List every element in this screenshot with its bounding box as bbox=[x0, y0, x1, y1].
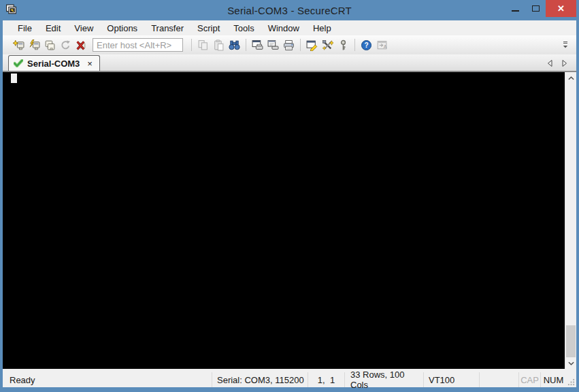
close-button[interactable]: ✕ bbox=[546, 0, 576, 17]
securecrt-window: Serial-COM3 - SecureCRT ✕ File Edit View… bbox=[0, 0, 579, 392]
session-options-button[interactable] bbox=[304, 37, 320, 52]
tab-serial-com3[interactable]: Serial-COM3 × bbox=[8, 55, 100, 71]
tab-scroll-right-button[interactable] bbox=[561, 59, 568, 67]
global-options-button[interactable] bbox=[320, 37, 335, 52]
help-button[interactable]: ? bbox=[359, 37, 374, 52]
host-input[interactable] bbox=[93, 38, 183, 52]
print-preview-button[interactable] bbox=[265, 37, 281, 52]
tab-scroll-controls bbox=[546, 59, 568, 71]
status-cursor-position: 1, 1 bbox=[308, 372, 344, 387]
window-controls: ✕ bbox=[505, 0, 576, 17]
menu-bar: File Edit View Options Transfer Script T… bbox=[3, 20, 576, 35]
menu-edit[interactable]: Edit bbox=[39, 22, 67, 35]
menu-transfer[interactable]: Transfer bbox=[144, 22, 191, 35]
app-body: File Edit View Options Transfer Script T… bbox=[3, 20, 576, 387]
menu-help[interactable]: Help bbox=[306, 22, 338, 35]
global-options-icon bbox=[322, 39, 333, 51]
minimize-icon bbox=[512, 10, 519, 12]
status-ready: Ready bbox=[3, 372, 212, 387]
toolbar-overflow-icon bbox=[562, 40, 569, 50]
quick-connect-button[interactable] bbox=[27, 37, 42, 52]
print-screen-button[interactable] bbox=[250, 37, 265, 52]
disconnect-icon bbox=[76, 39, 87, 51]
toolbar-separator bbox=[300, 39, 301, 51]
connected-check-icon bbox=[14, 59, 23, 67]
status-num-indicator: NUM bbox=[540, 372, 566, 387]
menu-file[interactable]: File bbox=[11, 22, 39, 35]
resize-grip[interactable] bbox=[566, 372, 576, 387]
menu-window[interactable]: Window bbox=[261, 22, 306, 35]
toolbar-separator bbox=[246, 39, 246, 51]
maximize-button[interactable] bbox=[525, 0, 546, 17]
maximize-icon bbox=[532, 5, 540, 12]
menu-view[interactable]: View bbox=[67, 22, 100, 35]
connect-in-tab-icon bbox=[44, 39, 56, 51]
status-caps-indicator: CAP bbox=[518, 372, 540, 387]
tab-scroll-right-icon bbox=[561, 59, 568, 67]
toolbar-overflow-button[interactable] bbox=[562, 39, 570, 50]
print-icon bbox=[283, 39, 295, 51]
tab-close-button[interactable]: × bbox=[87, 59, 93, 68]
minimize-button[interactable] bbox=[505, 0, 525, 17]
scrollbar-thumb[interactable] bbox=[566, 325, 576, 357]
toolbar-separator bbox=[191, 39, 192, 51]
menu-tools[interactable]: Tools bbox=[227, 22, 261, 35]
status-emulation: VT100 bbox=[423, 372, 479, 387]
terminal-screen[interactable] bbox=[3, 71, 576, 369]
vertical-scrollbar[interactable] bbox=[565, 72, 576, 369]
titlebar[interactable]: Serial-COM3 - SecureCRT ✕ bbox=[0, 0, 579, 20]
print-button[interactable] bbox=[281, 37, 297, 52]
paste-icon bbox=[213, 39, 225, 51]
key-agent-button[interactable] bbox=[335, 37, 351, 52]
scroll-down-button[interactable] bbox=[565, 357, 576, 369]
help-icon: ? bbox=[361, 39, 372, 51]
find-icon bbox=[229, 39, 240, 51]
status-terminal-size: 33 Rows, 100 Cols bbox=[344, 372, 423, 387]
chevron-up-icon bbox=[568, 76, 574, 80]
connect-icon bbox=[13, 39, 24, 51]
status-bar: Ready Serial: COM3, 115200 1, 1 33 Rows,… bbox=[3, 372, 576, 387]
scroll-up-button[interactable] bbox=[565, 72, 576, 84]
resize-grip-icon bbox=[567, 378, 575, 386]
paste-button[interactable] bbox=[211, 37, 227, 52]
status-blank-segment bbox=[479, 372, 518, 387]
chevron-down-icon bbox=[568, 361, 574, 365]
toolbar: ? A bbox=[3, 35, 576, 54]
connect-button[interactable] bbox=[11, 37, 27, 52]
print-screen-icon bbox=[252, 39, 263, 51]
copy-button[interactable] bbox=[195, 37, 211, 52]
tab-label: Serial-COM3 bbox=[27, 59, 80, 69]
terminal-cursor bbox=[11, 74, 17, 83]
connect-in-tab-button[interactable] bbox=[42, 37, 58, 52]
copy-icon bbox=[197, 39, 209, 51]
quick-connect-icon bbox=[29, 39, 40, 51]
disconnect-button[interactable] bbox=[73, 37, 89, 52]
svg-text:A: A bbox=[384, 44, 387, 49]
window-title: Serial-COM3 - SecureCRT bbox=[0, 0, 579, 20]
close-icon: ✕ bbox=[557, 3, 565, 14]
session-options-icon bbox=[306, 39, 318, 51]
reconnect-icon bbox=[60, 39, 71, 51]
key-agent-icon bbox=[337, 39, 349, 51]
svg-text:?: ? bbox=[364, 42, 368, 49]
tab-scroll-left-button[interactable] bbox=[546, 59, 553, 67]
toolbar-separator bbox=[354, 39, 355, 51]
reconnect-button[interactable] bbox=[58, 37, 73, 52]
launch-securefx-button[interactable]: A bbox=[374, 37, 390, 52]
tab-scroll-left-icon bbox=[546, 59, 553, 67]
menu-options[interactable]: Options bbox=[100, 22, 144, 35]
find-button[interactable] bbox=[227, 37, 242, 52]
menu-script[interactable]: Script bbox=[191, 22, 227, 35]
status-serial-info: Serial: COM3, 115200 bbox=[212, 372, 308, 387]
print-preview-icon bbox=[267, 39, 279, 51]
launch-securefx-icon: A bbox=[376, 39, 388, 51]
tab-bar: Serial-COM3 × bbox=[3, 54, 576, 71]
